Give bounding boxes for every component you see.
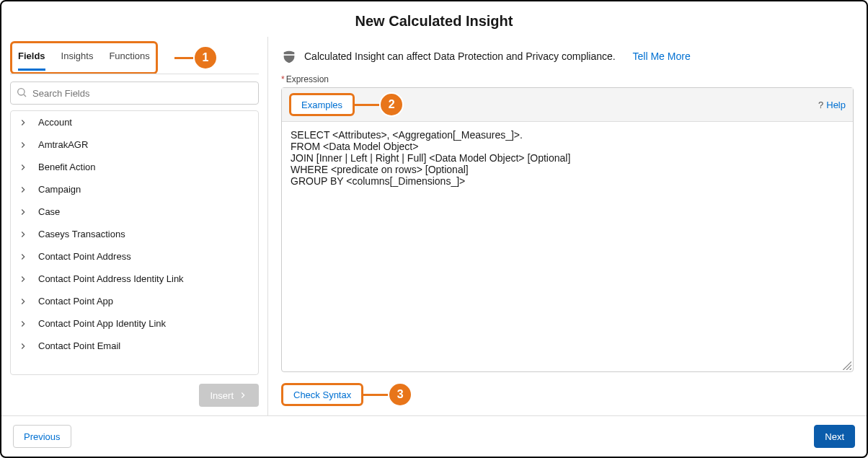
chevron-right-icon xyxy=(18,341,28,351)
help-link[interactable]: ? Help xyxy=(818,100,846,110)
field-label: Case xyxy=(38,206,60,217)
modal-body: Fields Insights Functions 1 Account xyxy=(1,37,867,415)
previous-button[interactable]: Previous xyxy=(13,425,71,448)
field-label: Benefit Action xyxy=(38,162,96,172)
callout-2: 2 xyxy=(379,92,404,117)
list-item[interactable]: Campaign xyxy=(11,178,258,201)
field-label: AmtrakAGR xyxy=(38,139,88,150)
tabs: Fields Insights Functions xyxy=(10,41,158,74)
list-item[interactable]: Contact Point Address Identity Link xyxy=(11,268,258,290)
check-syntax-button[interactable]: Check Syntax xyxy=(281,383,363,406)
callout-3: 3 xyxy=(388,382,412,407)
tell-me-more-link[interactable]: Tell Me More xyxy=(633,50,691,62)
modal-header: New Calculated Insight xyxy=(1,1,867,37)
syntax-row: Check Syntax 3 xyxy=(281,382,854,407)
list-item[interactable]: Caseys Transactions xyxy=(11,223,258,245)
expression-box: Examples 2 ? Help xyxy=(281,87,854,372)
list-item[interactable]: Benefit Action xyxy=(11,156,258,178)
resize-handle-icon[interactable] xyxy=(841,360,851,370)
tab-insights[interactable]: Insights xyxy=(61,45,94,71)
field-label: Contact Point App xyxy=(38,296,113,307)
chevron-right-icon xyxy=(18,252,28,262)
insert-row: Insert xyxy=(10,384,259,407)
chevron-right-icon xyxy=(18,118,28,128)
divider xyxy=(10,74,259,74)
expression-input[interactable] xyxy=(282,122,853,360)
tab-functions[interactable]: Functions xyxy=(109,45,149,71)
list-item[interactable]: Case xyxy=(11,201,258,223)
list-item[interactable]: Contact Point App xyxy=(11,290,258,312)
list-item[interactable]: Contact Point Address xyxy=(11,245,258,268)
chevron-right-icon xyxy=(18,296,28,307)
insert-label: Insert xyxy=(210,390,234,401)
chevron-right-icon xyxy=(18,274,28,284)
next-button[interactable]: Next xyxy=(814,425,855,448)
chevron-right-icon xyxy=(238,390,248,400)
field-label: Contact Point Address xyxy=(38,251,131,262)
chevron-right-icon xyxy=(18,319,28,329)
insert-button: Insert xyxy=(199,384,259,407)
left-panel: Fields Insights Functions 1 Account xyxy=(1,37,268,415)
chevron-right-icon xyxy=(18,140,28,150)
chevron-right-icon xyxy=(18,162,28,172)
search-box xyxy=(10,82,259,105)
tab-fields[interactable]: Fields xyxy=(18,45,45,71)
list-item[interactable]: Contact Point App Identity Link xyxy=(11,312,258,335)
svg-line-1 xyxy=(24,94,26,97)
required-star: * xyxy=(281,74,285,84)
modal: New Calculated Insight Fields Insights F… xyxy=(0,0,868,458)
chevron-right-icon xyxy=(18,229,28,239)
field-label: Caseys Transactions xyxy=(38,229,125,239)
expression-toolbar: Examples 2 ? Help xyxy=(282,88,853,122)
callout-1: 1 xyxy=(193,45,218,70)
list-item[interactable]: Account xyxy=(11,111,258,133)
field-label: Campaign xyxy=(38,184,81,195)
field-label: Account xyxy=(38,117,72,128)
search-icon xyxy=(16,87,27,98)
tabs-wrapper: Fields Insights Functions 1 xyxy=(10,41,259,74)
list-item[interactable]: Contact Point Email xyxy=(11,335,258,357)
field-label: Contact Point Address Identity Link xyxy=(38,273,184,284)
notice-text: Calculated Insight can affect Data Prote… xyxy=(304,50,616,62)
svg-line-4 xyxy=(850,369,851,370)
help-icon: ? xyxy=(818,100,823,110)
right-panel: Calculated Insight can affect Data Prote… xyxy=(268,37,867,415)
shield-icon xyxy=(281,48,297,64)
expression-label: *Expression xyxy=(281,74,854,84)
compliance-notice: Calculated Insight can affect Data Prote… xyxy=(281,45,854,74)
field-label: Contact Point Email xyxy=(38,340,120,351)
list-item[interactable]: AmtrakAGR xyxy=(11,133,258,156)
chevron-right-icon xyxy=(18,185,28,195)
chevron-right-icon xyxy=(18,207,28,217)
search-input[interactable] xyxy=(10,82,259,105)
modal-footer: Previous Next xyxy=(1,415,867,457)
modal-title: New Calculated Insight xyxy=(1,13,867,30)
field-label: Contact Point App Identity Link xyxy=(38,318,166,329)
examples-button[interactable]: Examples xyxy=(289,93,355,116)
svg-point-0 xyxy=(18,89,25,95)
field-list[interactable]: Account AmtrakAGR Benefit Action Campaig… xyxy=(10,110,259,375)
